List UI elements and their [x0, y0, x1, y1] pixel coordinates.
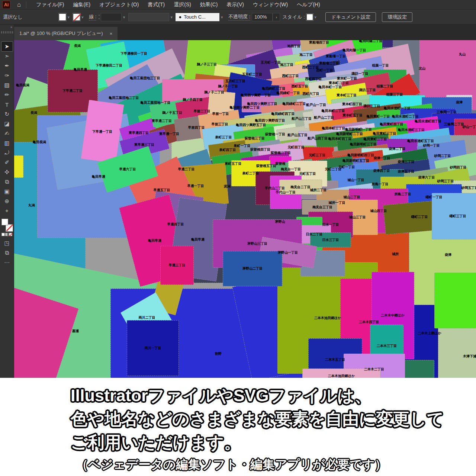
map-region-label[interactable]: 荻曽根四丁目 [250, 147, 270, 152]
menu-item[interactable]: 効果(C) [200, 1, 218, 8]
none-mode-button[interactable] [9, 233, 12, 236]
map-region-label[interactable]: 砂山一丁目 [463, 125, 476, 129]
menu-item[interactable]: ウィンドウ(W) [253, 1, 288, 8]
rotate-tool[interactable]: ↻ [1, 109, 13, 119]
map-region-label[interactable]: 東本町四丁目 [342, 102, 362, 107]
gradient-tool[interactable]: ▥ [1, 138, 13, 148]
selection-tool[interactable]: ➤ [1, 42, 13, 51]
map-region-label[interactable]: 西町三丁目 [282, 74, 299, 78]
map-region-label[interactable]: 早苗四丁目 [188, 125, 205, 130]
map-region-label[interactable]: 泉町二丁目 [242, 171, 259, 176]
map-region-label[interactable]: 丸潟 [28, 203, 35, 208]
map-region-label[interactable]: 稲葉三丁目 [386, 92, 403, 97]
stroke-weight-stepper[interactable]: ⌃⌄ [98, 15, 100, 19]
map-region-label[interactable]: 早通五丁目 [154, 188, 170, 193]
map-region-label[interactable]: 亀田東町四丁目 [380, 122, 403, 127]
map-region-label[interactable]: 五月町三丁目 [225, 79, 245, 84]
map-region[interactable] [434, 273, 476, 328]
menu-item[interactable]: 書式(T) [148, 1, 165, 8]
map-region-label[interactable]: 泉町一丁目 [234, 144, 251, 148]
chevron-down-icon[interactable]: ∨ [67, 15, 70, 19]
map-region-label[interactable]: 五月町二丁目 [242, 72, 262, 77]
document-tab[interactable]: 1.ai* @ 100 % (RGB/CPU プレビュー) × [14, 27, 118, 40]
map-region-label[interactable]: 荻曽根三丁目 [245, 136, 265, 141]
map-region-label[interactable]: 亀田早通 [92, 174, 105, 179]
map-region-label[interactable]: 元町四丁目 [288, 145, 305, 150]
map-region-label[interactable]: 東本町五丁目 [342, 113, 363, 118]
draw-mode-button[interactable]: ◳ [1, 238, 13, 248]
map-region[interactable] [14, 155, 23, 178]
map-region-label[interactable]: 亀田緑町四丁目 [271, 112, 295, 116]
map-region-label[interactable]: 砂岡一丁目 [423, 143, 440, 148]
stroke-weight-field[interactable] [101, 13, 122, 21]
map-region-label[interactable]: 二本木五丁目 [325, 357, 345, 362]
map-region-label[interactable]: 袋津四丁目 [373, 168, 390, 173]
map-region-label[interactable]: 早通六丁目 [119, 167, 136, 172]
map-region-label[interactable]: 梅見台二丁目 [290, 185, 311, 190]
preferences-button[interactable]: 環境設定 [382, 12, 412, 22]
map-region-label[interactable]: 早苗一丁目 [212, 112, 229, 116]
blend-tool[interactable]: ✣ [1, 167, 13, 177]
map-region-label[interactable]: 諏訪一丁目 [352, 71, 369, 76]
map-region-label[interactable]: 亀田水道町三丁目 [398, 128, 425, 132]
map-region-label[interactable]: 砂岡三丁目 [437, 179, 454, 184]
curvature-tool[interactable]: ✑ [1, 71, 13, 80]
map-region-label[interactable]: 亀田工業団地一丁目 [141, 100, 171, 105]
map-region-label[interactable]: 二本木四丁目 [359, 320, 379, 325]
map-region-label[interactable]: 泉町三丁目 [215, 135, 232, 140]
map-region-label[interactable]: 下早通柳田一丁目 [120, 51, 147, 56]
map-region-label[interactable]: 城山二丁目 [344, 195, 360, 200]
map-region-label[interactable]: 亀田工業団地三丁目 [130, 76, 160, 81]
map-region-label[interactable]: 亀田本町四丁目 [328, 136, 352, 141]
map-region-label[interactable]: 西町六丁目 [303, 91, 319, 96]
map-region-label[interactable]: 元町二丁目 [325, 167, 342, 172]
map-region-label[interactable]: 旭四丁目 [287, 44, 300, 49]
map-region-label[interactable]: 茅野山二丁目 [242, 266, 263, 271]
map-region-label[interactable]: 早苗二丁目 [194, 109, 210, 114]
map-region-label[interactable]: 鵜ノ子三丁目 [197, 62, 217, 67]
eraser-tool[interactable]: ◪ [1, 119, 13, 129]
map-region-label[interactable]: 西町五丁目 [292, 84, 308, 89]
type-tool[interactable]: T [1, 100, 13, 109]
map-region-label[interactable]: 泉町四丁目 [219, 148, 236, 152]
map-region-label[interactable]: 諏訪二丁目 [359, 88, 376, 93]
map-region-label[interactable]: 東船場四丁目 [309, 40, 329, 45]
map-region-label[interactable]: 亀田早通 [74, 67, 87, 72]
map-region-label[interactable]: 元町三丁目 [309, 153, 326, 158]
map-region-label[interactable]: 亀田本町二丁目 [322, 109, 345, 113]
map-region-label[interactable]: 袋津五丁目 [398, 169, 415, 174]
map-region-label[interactable]: 亀田東町三丁目 [373, 131, 396, 136]
color-mode-button[interactable] [1, 233, 5, 236]
map-region-label[interactable]: 東早通二丁目 [152, 119, 172, 123]
map-region-label[interactable]: 日水一丁目 [322, 222, 339, 227]
map-region-label[interactable]: 三條岡二丁目 [444, 122, 464, 127]
map-region-label[interactable]: 西町一丁目 [316, 68, 333, 73]
panel-collapse-chevron[interactable]: » [10, 25, 12, 29]
menu-item[interactable]: 選択(S) [174, 1, 191, 8]
map-region-label[interactable]: 袋津 [456, 100, 463, 105]
map-region-label[interactable]: 泉町五丁目 [225, 161, 242, 166]
chevron-down-icon[interactable]: ∨ [81, 15, 84, 19]
map-region-label[interactable]: 茅野山一丁目 [278, 250, 298, 255]
map-region-label[interactable]: 袋津 [445, 253, 451, 257]
map-region-label[interactable]: 城山三丁目 [349, 215, 366, 220]
map-region-label[interactable]: 三條岡一丁目 [437, 110, 457, 115]
map-region-label[interactable]: 亀田緑町二丁目 [283, 102, 306, 106]
map-region-label[interactable]: 亀田向陽一丁目 [343, 48, 366, 53]
rotate-view-tool[interactable]: ⊕ [1, 196, 13, 206]
map-region-label[interactable]: 荻曽根 [276, 161, 286, 166]
map-region-label[interactable]: 梅見台三丁目 [312, 205, 332, 210]
map-region-label[interactable]: 亀田新明町四丁目 [347, 153, 374, 158]
stroke-indicator-swatch[interactable] [6, 225, 13, 231]
map-region-label[interactable]: 亀田新明町二丁目 [336, 132, 363, 136]
map-region-label[interactable]: 下早通一丁目 [92, 129, 112, 134]
width-tool[interactable]: ⤾ [1, 148, 13, 158]
map-region-label[interactable]: 亀田向陽二丁目 [359, 40, 383, 44]
map-region-label[interactable]: 亀田東町一丁目 [367, 114, 390, 119]
map-region-label[interactable]: 両川一丁目 [145, 346, 161, 351]
map-region-label[interactable]: 二本木二丁目 [364, 367, 384, 372]
map-region-label[interactable]: 早通四丁目 [167, 222, 184, 227]
map-region-label[interactable]: 旭二丁目 [299, 52, 313, 57]
eyedropper-tool[interactable]: ✐ [1, 158, 13, 167]
map-region-label[interactable]: 亀田東町二丁目 [364, 137, 387, 142]
